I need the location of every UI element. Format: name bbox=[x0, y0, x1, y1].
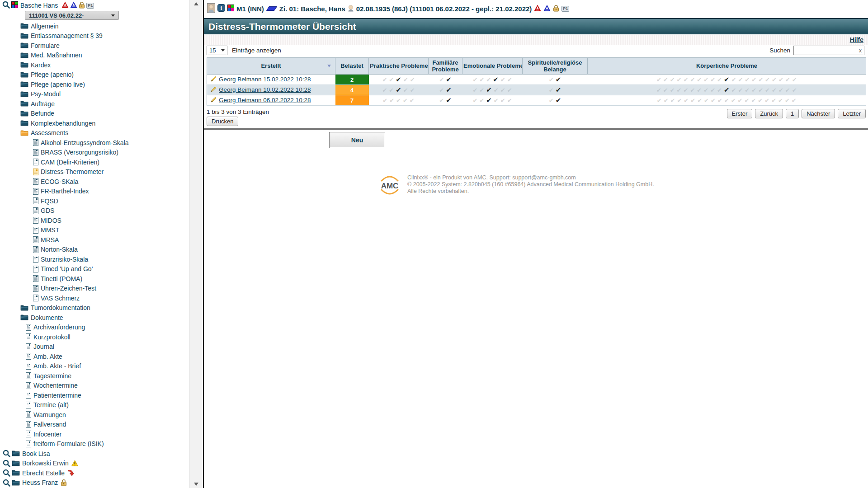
case-select[interactable]: 111001 VS 06.02.22- bbox=[25, 11, 119, 20]
bed-icon bbox=[266, 5, 277, 13]
column-header-emotionale-probleme[interactable]: Emotionale Probleme bbox=[462, 58, 523, 75]
sidebar-item-formulare[interactable]: Formulare bbox=[0, 41, 189, 51]
sidebar-item-vas-schmerz[interactable]: VAS Schmerz bbox=[0, 293, 189, 303]
column-header-famili-re-probleme[interactable]: Familiäre Probleme bbox=[429, 58, 462, 75]
column-header-praktische-probleme[interactable]: Praktische Probleme bbox=[369, 58, 429, 75]
table-row: Georg Beimann 10.02.2022 10:284✔✔✔✔✔✔✔✔✔… bbox=[207, 85, 866, 95]
checked-icon: ✔ bbox=[556, 96, 561, 104]
sidebar-item-sturzrisiko-skala[interactable]: Sturzrisiko-Skala bbox=[0, 254, 189, 264]
entries-per-page-select[interactable]: 15 bbox=[207, 46, 227, 55]
print-button[interactable]: Drucken bbox=[207, 117, 238, 126]
sidebar-item-midos[interactable]: MIDOS bbox=[0, 216, 189, 225]
sidebar-patient-ebrecht-estelle[interactable]: Ebrecht Estelle bbox=[0, 468, 189, 478]
clear-search-icon[interactable]: x bbox=[859, 47, 864, 54]
sidebar-item-tumordokumentation[interactable]: Tumordokumentation bbox=[0, 303, 189, 313]
sidebar-item-cam-delir-kriterien[interactable]: CAM (Delir-Kriterien) bbox=[0, 157, 189, 167]
sidebar-item-ecog-skala[interactable]: ECOG-SKala bbox=[0, 177, 189, 187]
edit-pencil-icon[interactable] bbox=[211, 97, 217, 104]
sidebar-item-med-ma-nahmen[interactable]: Med. Maßnahmen bbox=[0, 51, 189, 61]
sidebar-patient-book-lisa[interactable]: Book Lisa bbox=[0, 449, 189, 459]
pager-first[interactable]: Erster bbox=[727, 109, 753, 118]
sidebar-item-mmst[interactable]: MMST bbox=[0, 225, 189, 235]
document-icon bbox=[26, 343, 31, 350]
info-icon[interactable]: i bbox=[217, 4, 225, 13]
sidebar-scrollbar[interactable] bbox=[189, 0, 203, 488]
sidebar-item-dokumente[interactable]: Dokumente bbox=[0, 313, 189, 323]
sidebar-item-patiententermine[interactable]: Patiententermine bbox=[0, 390, 189, 400]
scroll-up-icon[interactable] bbox=[194, 2, 198, 5]
sidebar-item-komplexbehandlungen[interactable]: Komplexbehandlungen bbox=[0, 118, 189, 128]
sidebar-item-warnungen[interactable]: Warnungen bbox=[0, 410, 189, 420]
column-header-belastet[interactable]: Belastet bbox=[335, 58, 369, 75]
unchecked-icon: ✔ bbox=[745, 87, 750, 94]
pager-page-1[interactable]: 1 bbox=[786, 109, 799, 118]
folder-icon bbox=[20, 101, 28, 107]
pager-last[interactable]: Letzter bbox=[838, 109, 866, 118]
edit-pencil-icon[interactable] bbox=[211, 76, 217, 83]
sidebar-item-distress-thermometer[interactable]: Distress-Thermometer bbox=[0, 167, 189, 177]
discharge-arrow-icon bbox=[67, 469, 74, 476]
pager-previous[interactable]: Zurück bbox=[755, 109, 783, 118]
entries-label: Einträge anzeigen bbox=[232, 47, 281, 54]
sidebar-item-archivanforderung[interactable]: Archivanforderung bbox=[0, 323, 189, 333]
sidebar-item-allgemein[interactable]: Allgemein bbox=[0, 21, 189, 31]
sidebar-patient-heuss-franz[interactable]: Heuss Franz bbox=[0, 478, 189, 488]
sidebar-item-fqsd[interactable]: FQSD bbox=[0, 196, 189, 206]
sidebar-item-pflege-apenio-live[interactable]: Pflege (apenio live) bbox=[0, 80, 189, 89]
folder-icon bbox=[20, 42, 28, 48]
entries-info: 1 bis 3 von 3 Einträgen bbox=[207, 108, 269, 115]
sidebar-item-timed-up-and-go[interactable]: Timed 'Up and Go' bbox=[0, 264, 189, 274]
sidebar-item-amb-akte-brief[interactable]: Amb. Akte - Brief bbox=[0, 361, 189, 371]
sidebar-item-kurzprotokoll[interactable]: Kurzprotokoll bbox=[0, 332, 189, 342]
sidebar-item-befunde[interactable]: Befunde bbox=[0, 109, 189, 119]
sidebar-item-freiform-formulare-isik[interactable]: freiform-Formulare (ISIK) bbox=[0, 439, 189, 449]
sidebar-item-assessments[interactable]: Assessments bbox=[0, 128, 189, 138]
pager-next[interactable]: Nächster bbox=[802, 109, 835, 118]
distress-score-badge: 7 bbox=[335, 95, 369, 105]
sidebar-item-auftr-ge[interactable]: Aufträge bbox=[0, 99, 189, 109]
scroll-down-icon[interactable] bbox=[194, 483, 198, 486]
sidebar-item-alkohol-entzugssyndrom-skala[interactable]: Alkohol-Entzugssyndrom-Skala bbox=[0, 138, 189, 148]
unchecked-icon: ✔ bbox=[778, 76, 783, 83]
entry-link[interactable]: Georg Beimann 10.02.2022 10:28 bbox=[219, 86, 311, 93]
entry-link[interactable]: Georg Beimann 15.02.2022 10:28 bbox=[219, 76, 311, 83]
unchecked-icon: ✔ bbox=[479, 97, 484, 104]
unchecked-icon: ✔ bbox=[731, 97, 736, 104]
entry-link[interactable]: Georg Beimann 06.02.2022 10:28 bbox=[219, 97, 311, 103]
cell-erstellt: Georg Beimann 06.02.2022 10:28 bbox=[207, 95, 335, 106]
sidebar-item-tinetti-poma[interactable]: Tinetti (POMA) bbox=[0, 274, 189, 284]
sidebar-item-brass-versorgungsrisiko[interactable]: BRASS (Versorgungsrisiko) bbox=[0, 148, 189, 158]
sidebar-item-wochentermine[interactable]: Wochentermine bbox=[0, 381, 189, 391]
sidebar-item-termine-alt[interactable]: Termine (alt) bbox=[0, 400, 189, 410]
sidebar-item-tagestermine[interactable]: Tagestermine bbox=[0, 371, 189, 381]
sidebar-item-infocenter[interactable]: Infocenter bbox=[0, 429, 189, 439]
sidebar-item-journal[interactable]: Journal bbox=[0, 342, 189, 352]
sidebar-item-pflege-apenio[interactable]: Pflege (apenio) bbox=[0, 70, 189, 80]
sidebar-item-label: Kardex bbox=[31, 61, 51, 69]
column-header-k-rperliche-probleme[interactable]: Körperliche Probleme bbox=[588, 58, 866, 75]
sidebar-item-gds[interactable]: GDS bbox=[0, 206, 189, 216]
sidebar-item-fallversand[interactable]: Fallversand bbox=[0, 420, 189, 430]
sidebar-patient-borkowski-erwin[interactable]: Borkowski Erwin bbox=[0, 459, 189, 469]
sidebar-item-psy-modul[interactable]: Psy-Modul bbox=[0, 89, 189, 99]
document-icon bbox=[26, 421, 31, 428]
sidebar-item-amb-akte[interactable]: Amb. Akte bbox=[0, 352, 189, 361]
room-patient-label: Zi. 01: Basche, Hans bbox=[279, 5, 345, 13]
help-link[interactable]: Hilfe bbox=[850, 36, 863, 43]
sidebar-item-uhren-zeichen-test[interactable]: Uhren-Zeichen-Test bbox=[0, 284, 189, 294]
column-header-spirituelle-religi-se-belange[interactable]: Spirituelle/religiöse Belange bbox=[523, 58, 588, 75]
sidebar-item-kardex[interactable]: Kardex bbox=[0, 60, 189, 70]
edit-pencil-icon[interactable] bbox=[211, 86, 217, 94]
unchecked-icon: ✔ bbox=[670, 76, 675, 83]
search-input[interactable] bbox=[794, 47, 859, 54]
new-button[interactable]: Neu bbox=[329, 132, 385, 148]
document-icon bbox=[33, 246, 38, 253]
sidebar-tree: AllgemeinEntlassmanagement § 39Formulare… bbox=[0, 21, 189, 488]
sidebar-item-entlassmanagement-39[interactable]: Entlassmanagement § 39 bbox=[0, 31, 189, 41]
sidebar-item-mrsa[interactable]: MRSA bbox=[0, 235, 189, 245]
sidebar-item-fr-barthel-index[interactable]: FR-Barthel-Index bbox=[0, 187, 189, 197]
sidebar-current-patient[interactable]: Basche Hans P1 bbox=[2, 1, 94, 10]
column-header-erstellt[interactable]: Erstellt bbox=[207, 58, 335, 75]
sidebar-item-norton-skala[interactable]: Norton-Skala bbox=[0, 245, 189, 255]
allergy-warning-blue-icon bbox=[70, 1, 77, 9]
